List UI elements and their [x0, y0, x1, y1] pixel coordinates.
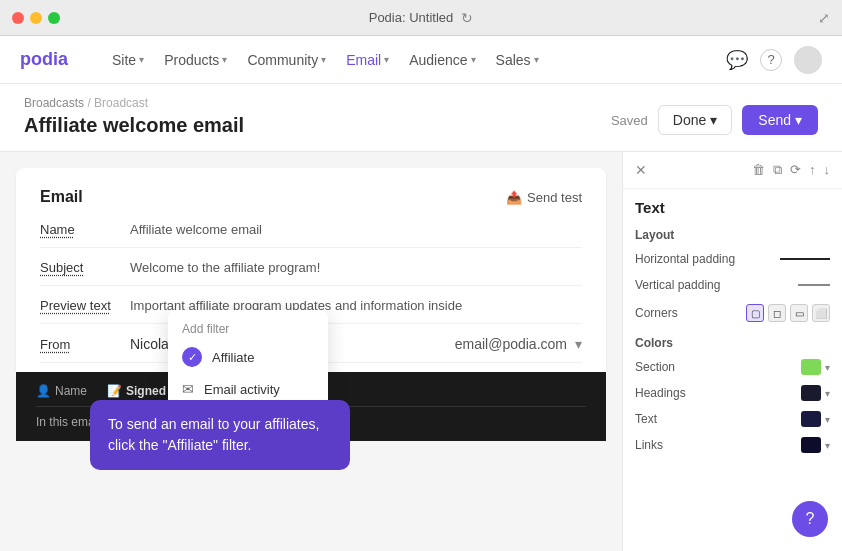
corners-options: ▢ ◻ ▭ ⬜ [746, 304, 830, 322]
colors-section-label: Colors [623, 328, 842, 354]
chevron-down-icon: ▾ [825, 414, 830, 425]
chevron-down-icon: ▾ [710, 112, 717, 128]
window-title: Podia: Untitled [369, 10, 454, 25]
chat-icon[interactable]: 💬 [726, 49, 748, 71]
dropdown-affiliate-label: Affiliate [212, 350, 254, 365]
window-title-bar: Podia: Untitled ↻ [369, 10, 474, 26]
reload-icon[interactable]: ↻ [461, 10, 473, 26]
horizontal-padding-row: Horizontal padding [623, 246, 842, 272]
breadcrumb-current: Broadcast [94, 96, 148, 110]
corner-round-md-btn[interactable]: ▭ [790, 304, 808, 322]
help-button[interactable]: ? [792, 501, 828, 537]
filter-dropdown: Add filter ✓ Affiliate ✉ Email activity [168, 310, 328, 412]
email-card-header: Email 📤 Send test [40, 188, 582, 206]
links-swatch [801, 437, 821, 453]
section-color-label: Section [635, 360, 675, 374]
right-panel-title: Text [623, 189, 842, 220]
close-button[interactable] [12, 12, 24, 24]
vertical-padding-row: Vertical padding [623, 272, 842, 298]
refresh-icon[interactable]: ⟳ [790, 162, 801, 178]
send-button[interactable]: Send ▾ [742, 105, 818, 135]
dropdown-email-activity-label: Email activity [204, 382, 280, 397]
chevron-down-icon: ▾ [825, 388, 830, 399]
text-color-row: Text ▾ [623, 406, 842, 432]
name-value: Affiliate welcome email [130, 222, 582, 237]
page-title: Affiliate welcome email [24, 114, 244, 137]
close-icon[interactable]: ✕ [635, 162, 647, 178]
nav-sales[interactable]: Sales ▾ [488, 48, 547, 72]
headings-color-label: Headings [635, 386, 686, 400]
section-color-row: Section ▾ [623, 354, 842, 380]
minimize-button[interactable] [30, 12, 42, 24]
name-row: Name Affiliate welcome email [40, 222, 582, 248]
chevron-down-icon: ▾ [795, 112, 802, 128]
corner-square-btn[interactable]: ▢ [746, 304, 764, 322]
padding-line-short [798, 284, 830, 286]
chevron-down-icon: ▾ [139, 54, 144, 65]
horizontal-padding-label: Horizontal padding [635, 252, 735, 266]
nav-audience[interactable]: Audience ▾ [401, 48, 483, 72]
headings-swatch [801, 385, 821, 401]
corners-label: Corners [635, 306, 678, 320]
nav-products[interactable]: Products ▾ [156, 48, 235, 72]
links-color-row: Links ▾ [623, 432, 842, 458]
breadcrumb-separator: / [87, 96, 90, 110]
headings-color-row: Headings ▾ [623, 380, 842, 406]
logo: podia [20, 49, 68, 70]
breadcrumb: Broadcasts / Broadcast [24, 96, 244, 110]
corner-round-sm-btn[interactable]: ◻ [768, 304, 786, 322]
done-button[interactable]: Done ▾ [658, 105, 732, 135]
headings-color-swatch[interactable]: ▾ [801, 385, 830, 401]
duplicate-icon[interactable]: ⧉ [773, 162, 782, 178]
dropdown-affiliate-item[interactable]: ✓ Affiliate [168, 340, 328, 374]
corner-round-lg-btn[interactable]: ⬜ [812, 304, 830, 322]
move-up-icon[interactable]: ↑ [809, 162, 816, 178]
main-content: Email 📤 Send test Name Affiliate welcome… [0, 152, 842, 551]
section-swatch [801, 359, 821, 375]
preview-text-label: Preview text [40, 298, 130, 313]
avatar[interactable] [794, 46, 822, 74]
email-icon: ✉ [182, 381, 194, 397]
corners-row: Corners ▢ ◻ ▭ ⬜ [623, 298, 842, 328]
links-color-swatch[interactable]: ▾ [801, 437, 830, 453]
filter-name-item: 👤 Name [36, 384, 87, 398]
expand-icon[interactable]: ⤢ [818, 10, 830, 26]
chevron-down-icon: ▾ [471, 54, 476, 65]
from-name: Nicola [130, 336, 169, 352]
right-panel-actions: 🗑 ⧉ ⟳ ↑ ↓ [752, 162, 830, 178]
from-label: From [40, 337, 130, 352]
active-indicator: ✓ [182, 347, 202, 367]
navbar-icons: 💬 ? [726, 46, 822, 74]
send-test-button[interactable]: 📤 Send test [506, 190, 582, 205]
breadcrumb-parent[interactable]: Broadcasts [24, 96, 84, 110]
subject-label: Subject [40, 260, 130, 275]
email-card-title: Email [40, 188, 83, 206]
subject-value: Welcome to the affiliate program! [130, 260, 582, 275]
header-actions: Saved Done ▾ Send ▾ [611, 105, 818, 137]
nav-email[interactable]: Email ▾ [338, 48, 397, 72]
text-color-swatch[interactable]: ▾ [801, 411, 830, 427]
vertical-padding-value [798, 284, 830, 286]
nav-links: Site ▾ Products ▾ Community ▾ Email ▾ Au… [104, 48, 547, 72]
nav-site[interactable]: Site ▾ [104, 48, 152, 72]
chevron-down-icon: ▾ [534, 54, 539, 65]
nav-community[interactable]: Community ▾ [239, 48, 334, 72]
saved-label: Saved [611, 113, 648, 128]
right-panel-header: ✕ 🗑 ⧉ ⟳ ↑ ↓ [623, 152, 842, 189]
help-icon: ? [806, 510, 815, 528]
layout-section-label: Layout [623, 220, 842, 246]
padding-line [780, 258, 830, 260]
chevron-down-icon: ▾ [321, 54, 326, 65]
subject-row: Subject Welcome to the affiliate program… [40, 260, 582, 286]
titlebar: Podia: Untitled ↻ ⤢ [0, 0, 842, 36]
help-icon[interactable]: ? [760, 49, 782, 71]
right-panel: ✕ 🗑 ⧉ ⟳ ↑ ↓ Text Layout Horizontal paddi… [622, 152, 842, 551]
navbar: podia Site ▾ Products ▾ Community ▾ Emai… [0, 36, 842, 84]
chevron-down-icon: ▾ [222, 54, 227, 65]
trash-icon[interactable]: 🗑 [752, 162, 765, 178]
chevron-down-icon: ▾ [825, 440, 830, 451]
move-down-icon[interactable]: ↓ [824, 162, 831, 178]
section-color-swatch[interactable]: ▾ [801, 359, 830, 375]
maximize-button[interactable] [48, 12, 60, 24]
window-controls [12, 12, 60, 24]
